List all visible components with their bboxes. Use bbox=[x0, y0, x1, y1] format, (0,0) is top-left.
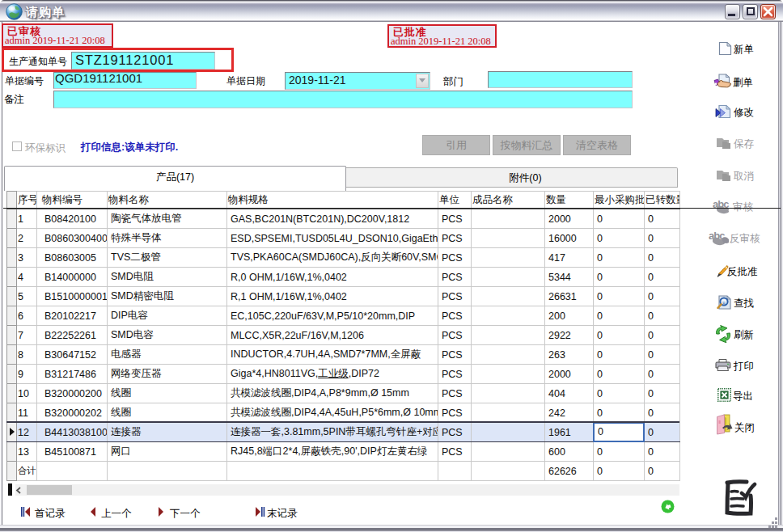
svg-text:u: u bbox=[722, 299, 726, 306]
